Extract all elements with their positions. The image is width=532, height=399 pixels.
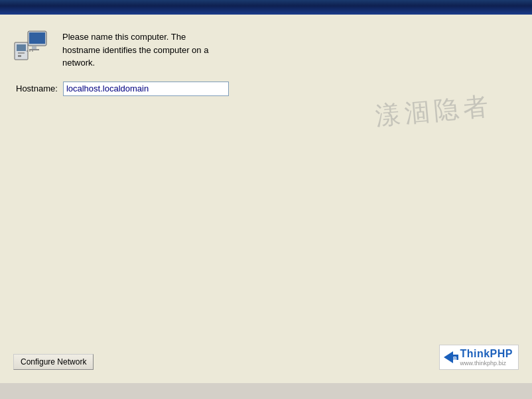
svg-rect-5 — [17, 44, 26, 51]
description-text: Please name this computer. The hostname … — [62, 28, 208, 70]
hostname-label: Hostname: — [16, 84, 58, 93]
top-bar — [0, 0, 532, 15]
thinkphp-main-text: ThinkPHP — [460, 348, 513, 360]
arrow-icon: B — [444, 351, 458, 363]
svg-rect-3 — [29, 49, 39, 50]
svg-rect-2 — [32, 46, 36, 49]
thinkphp-sub-text: www.thinkphp.biz — [460, 360, 506, 367]
hostname-input[interactable] — [63, 82, 229, 96]
header-section: Please name this computer. The hostname … — [13, 28, 519, 70]
bottom-section: Configure Network B ThinkPHP www.thinkph… — [13, 345, 519, 370]
svg-rect-6 — [18, 52, 25, 54]
svg-text:B: B — [453, 355, 457, 361]
configure-network-button[interactable]: Configure Network — [13, 354, 94, 370]
main-content: Please name this computer. The hostname … — [0, 15, 532, 383]
thinkphp-text-block: ThinkPHP www.thinkphp.biz — [460, 348, 513, 367]
thinkphp-badge: B ThinkPHP www.thinkphp.biz — [439, 345, 519, 370]
svg-rect-7 — [18, 55, 21, 57]
network-computers-icon — [13, 28, 53, 64]
svg-rect-1 — [29, 32, 45, 44]
